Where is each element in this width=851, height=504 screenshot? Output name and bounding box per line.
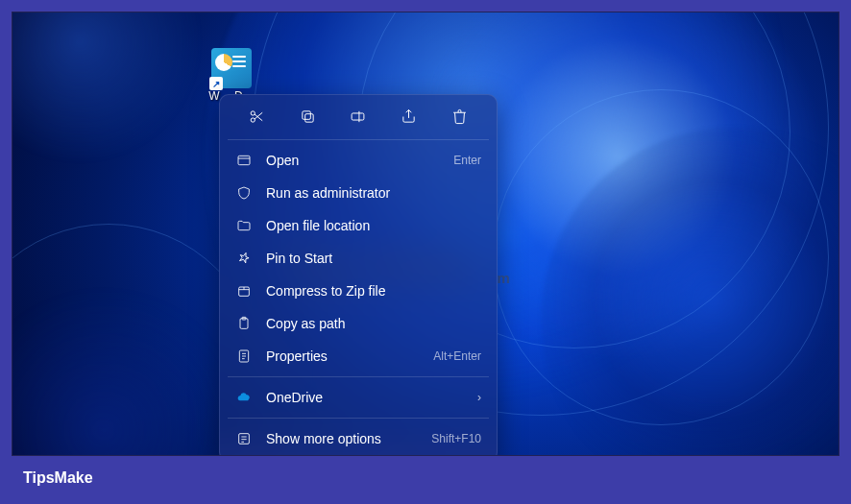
svg-rect-4 [304, 113, 313, 122]
svg-point-1 [251, 117, 255, 121]
menu-item-label: Show more options [266, 431, 431, 446]
folder-open-icon [235, 217, 253, 234]
svg-rect-6 [353, 112, 365, 119]
svg-rect-9 [238, 156, 250, 164]
svg-point-0 [251, 110, 255, 114]
clipboard-icon [235, 315, 253, 332]
menu-item-accel: Alt+Enter [433, 349, 481, 363]
shortcut-icon: ↗ [211, 48, 252, 88]
wallpaper-decor [493, 89, 829, 425]
share-button[interactable] [394, 105, 425, 128]
share-icon [401, 108, 417, 125]
archive-icon [235, 282, 253, 300]
svg-rect-5 [303, 110, 311, 119]
delete-button[interactable] [445, 105, 475, 128]
wallpaper-decor [12, 12, 224, 185]
properties-icon [235, 348, 253, 365]
context-menu: Open Enter Run as administrator Open fil… [219, 94, 498, 456]
menu-separator [228, 139, 489, 140]
scissors-icon [249, 108, 265, 125]
menu-open[interactable]: Open Enter [226, 144, 491, 177]
copy-icon [300, 108, 316, 125]
image-caption: TipsMake [12, 456, 839, 496]
menu-item-label: Open [266, 153, 453, 168]
rename-icon [350, 108, 366, 125]
app-window-icon [235, 152, 253, 169]
menu-separator [228, 376, 489, 377]
menu-item-label: Compress to Zip file [266, 283, 481, 299]
shortcut-arrow-badge: ↗ [209, 77, 223, 90]
windows-desktop[interactable]: ↗ W… D… TipsMake .com [12, 12, 839, 456]
quick-actions-row [226, 101, 491, 135]
menu-copy-as-path[interactable]: Copy as path [226, 307, 491, 340]
more-icon [235, 430, 253, 447]
cloud-icon [235, 389, 253, 406]
menu-item-label: Properties [266, 348, 433, 364]
chevron-right-icon: › [477, 391, 481, 404]
menu-separator [228, 418, 489, 419]
copy-button[interactable] [292, 105, 323, 128]
menu-show-more-options[interactable]: Show more options Shift+F10 [226, 422, 491, 455]
cut-button[interactable] [241, 105, 272, 128]
menu-compress-zip[interactable]: Compress to Zip file [226, 275, 491, 307]
menu-item-accel: Enter [453, 154, 481, 167]
rename-button[interactable] [343, 105, 374, 128]
menu-item-label: Open file location [266, 218, 481, 233]
menu-onedrive[interactable]: OneDrive › [226, 381, 491, 414]
menu-item-label: Copy as path [266, 316, 481, 331]
menu-open-file-location[interactable]: Open file location [226, 209, 491, 242]
trash-icon [451, 108, 468, 125]
pin-icon [235, 250, 253, 267]
menu-item-accel: Shift+F10 [431, 432, 481, 445]
menu-run-as-admin[interactable]: Run as administrator [226, 177, 491, 209]
menu-item-label: Pin to Start [266, 251, 481, 266]
menu-pin-to-start[interactable]: Pin to Start [226, 242, 491, 275]
menu-item-label: Run as administrator [266, 185, 481, 201]
shield-icon [235, 184, 253, 202]
menu-item-label: OneDrive [266, 390, 477, 405]
menu-properties[interactable]: Properties Alt+Enter [226, 340, 491, 372]
